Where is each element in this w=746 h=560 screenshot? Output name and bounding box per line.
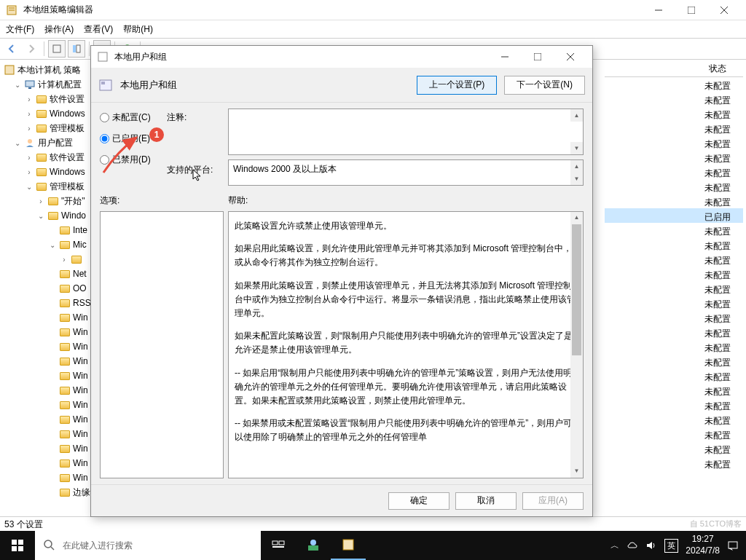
task-view-button[interactable] bbox=[261, 531, 296, 560]
scroll-up-icon[interactable]: ▲ bbox=[570, 109, 583, 122]
dialog-titlebar[interactable]: 本地用户和组 bbox=[91, 46, 592, 68]
minimize-button[interactable] bbox=[642, 0, 675, 20]
list-row[interactable]: 未配置 bbox=[605, 354, 743, 368]
list-row[interactable]: 未配置 bbox=[605, 310, 743, 325]
tray-clock[interactable]: 19:27 2024/7/8 bbox=[686, 534, 720, 556]
taskbar-app-1[interactable] bbox=[296, 531, 331, 560]
list-row[interactable]: 未配置 bbox=[605, 92, 743, 106]
list-row[interactable]: 未配置 bbox=[605, 339, 743, 354]
list-row[interactable]: 未配置 bbox=[605, 456, 743, 470]
list-state: 未配置 bbox=[692, 92, 743, 106]
scrollbar-thumb[interactable] bbox=[572, 224, 581, 355]
radio-disabled[interactable]: 已禁用(D) bbox=[100, 154, 162, 166]
list-body[interactable]: 未配置未配置未配置未配置未配置未配置未配置未配置未配置已启用未配置未配置未配置未… bbox=[605, 77, 743, 470]
tree-toggle-icon[interactable]: › bbox=[36, 197, 45, 205]
list-row[interactable]: 未配置 bbox=[605, 383, 743, 398]
list-row[interactable]: 未配置 bbox=[605, 368, 743, 383]
list-row[interactable]: 未配置 bbox=[605, 121, 743, 135]
tree-toggle-icon[interactable]: ⌄ bbox=[48, 241, 57, 249]
tray-notifications-icon[interactable] bbox=[727, 540, 739, 551]
back-button[interactable] bbox=[3, 40, 20, 58]
list-row[interactable]: 未配置 bbox=[605, 267, 743, 281]
dialog-minimize[interactable] bbox=[488, 46, 521, 68]
next-setting-button[interactable]: 下一个设置(N) bbox=[504, 76, 585, 95]
list-row[interactable]: 未配置 bbox=[605, 194, 743, 208]
help-scrollbar[interactable]: ▲ ▼ bbox=[570, 212, 583, 478]
taskbar-app-gpedit[interactable] bbox=[331, 531, 366, 560]
prev-setting-button[interactable]: 上一个设置(P) bbox=[417, 76, 497, 95]
list-state: 未配置 bbox=[692, 354, 743, 368]
tree-toggle-icon[interactable]: › bbox=[25, 125, 34, 133]
list-row[interactable]: 未配置 bbox=[605, 398, 743, 412]
folder-icon bbox=[36, 122, 47, 134]
tree-toggle-icon[interactable]: ⌄ bbox=[13, 81, 22, 89]
menu-help[interactable]: 帮助(H) bbox=[123, 23, 153, 36]
forward-button[interactable] bbox=[23, 40, 40, 58]
col-state[interactable]: 状态 bbox=[692, 60, 743, 76]
list-row[interactable]: 未配置 bbox=[605, 135, 743, 150]
list-row[interactable]: 未配置 bbox=[605, 77, 743, 92]
help-paragraph: -- 如果启用“限制用户只能使用列表中明确允许的管理单元”策略设置，则用户无法使… bbox=[235, 366, 577, 409]
help-paragraph: 此策略设置允许或禁止使用该管理单元。 bbox=[235, 219, 577, 233]
tree-label: 计算机配置 bbox=[38, 79, 82, 91]
folder-icon bbox=[71, 253, 82, 265]
list-row[interactable]: 未配置 bbox=[605, 106, 743, 121]
start-button[interactable] bbox=[0, 531, 35, 560]
apply-button[interactable]: 应用(A) bbox=[522, 492, 584, 510]
computer-icon bbox=[24, 79, 36, 90]
toolbar-btn-2[interactable] bbox=[68, 40, 85, 58]
tray-cloud-icon[interactable] bbox=[627, 540, 638, 551]
comment-textarea[interactable]: ▲ ▼ bbox=[228, 109, 584, 155]
list-row[interactable]: 未配置 bbox=[605, 150, 743, 165]
maximize-button[interactable] bbox=[675, 0, 707, 20]
tree-toggle-icon[interactable]: ⌄ bbox=[36, 212, 45, 220]
search-box[interactable]: 在此键入进行搜索 bbox=[35, 531, 261, 560]
tree-label: OO bbox=[73, 283, 87, 293]
tray-lang[interactable]: 英 bbox=[664, 539, 678, 553]
tree-label: Win bbox=[73, 342, 88, 352]
menu-view[interactable]: 查看(V) bbox=[84, 23, 113, 36]
tray-chevron-icon[interactable]: ︿ bbox=[610, 540, 619, 552]
tree-toggle-icon[interactable]: ⌄ bbox=[13, 139, 22, 147]
tree-label: 管理模板 bbox=[50, 181, 85, 193]
dialog-close[interactable] bbox=[554, 46, 586, 68]
ok-button[interactable]: 确定 bbox=[388, 492, 449, 510]
list-row[interactable]: 未配置 bbox=[605, 325, 743, 339]
toolbar-btn-1[interactable] bbox=[48, 40, 66, 58]
list-row[interactable]: 未配置 bbox=[605, 427, 743, 441]
list-row[interactable]: 未配置 bbox=[605, 223, 743, 237]
folder-icon bbox=[59, 326, 71, 338]
list-row[interactable]: 未配置 bbox=[605, 165, 743, 179]
list-row[interactable]: 未配置 bbox=[605, 412, 743, 427]
menu-action[interactable]: 操作(A) bbox=[44, 23, 74, 36]
tree-toggle-icon[interactable]: ⌄ bbox=[25, 183, 34, 191]
list-header[interactable]: 状态 bbox=[605, 60, 743, 77]
folder-icon bbox=[36, 151, 47, 163]
scroll-down-icon[interactable]: ▼ bbox=[570, 173, 583, 185]
close-button[interactable] bbox=[707, 0, 740, 20]
list-row[interactable]: 未配置 bbox=[605, 281, 743, 296]
dialog-maximize[interactable] bbox=[521, 46, 554, 68]
list-row[interactable]: 未配置 bbox=[605, 441, 743, 456]
list-row[interactable]: 未配置 bbox=[605, 179, 743, 194]
tray-volume-icon[interactable] bbox=[645, 540, 657, 551]
tree-toggle-icon[interactable]: › bbox=[25, 168, 34, 176]
cancel-button[interactable]: 取消 bbox=[455, 492, 517, 510]
menu-file[interactable]: 文件(F) bbox=[6, 23, 34, 36]
tree-label: 用户配置 bbox=[38, 137, 73, 149]
list-state: 未配置 bbox=[692, 121, 743, 135]
label-platform: 支持的平台: bbox=[167, 159, 224, 186]
list-row[interactable]: 未配置 bbox=[605, 237, 743, 252]
tree-toggle-icon[interactable]: › bbox=[25, 95, 34, 103]
tree-toggle-icon[interactable]: › bbox=[25, 154, 34, 162]
tree-label: "开始" bbox=[61, 195, 85, 208]
help-box[interactable]: 此策略设置允许或禁止使用该管理单元。如果启用此策略设置，则允许使用此管理单元并可… bbox=[228, 211, 584, 478]
list-row[interactable]: 已启用 bbox=[605, 208, 743, 223]
list-row[interactable]: 未配置 bbox=[605, 296, 743, 310]
scroll-up-icon[interactable]: ▲ bbox=[570, 160, 583, 173]
radio-not-configured[interactable]: 未配置(C) bbox=[100, 111, 162, 124]
tree-toggle-icon[interactable]: › bbox=[25, 110, 34, 118]
tree-toggle-icon[interactable]: › bbox=[60, 256, 68, 264]
list-row[interactable]: 未配置 bbox=[605, 252, 743, 267]
scroll-down-icon[interactable]: ▼ bbox=[570, 142, 583, 154]
